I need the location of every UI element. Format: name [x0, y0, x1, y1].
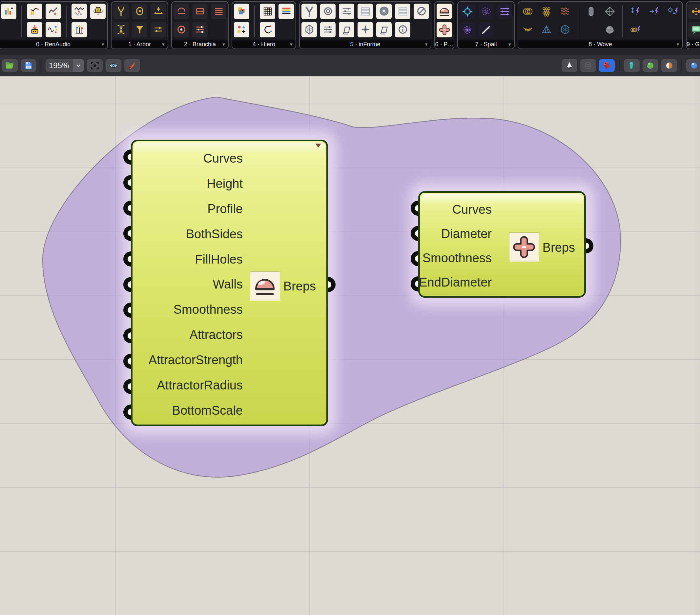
tab-expand-arrow-icon[interactable]: ▼	[424, 42, 428, 47]
ring-dot-purple-icon[interactable]	[460, 22, 475, 37]
open-file-button[interactable]	[2, 59, 18, 72]
anchor-line-icon[interactable]	[151, 4, 166, 19]
no-entry-icon[interactable]	[414, 4, 429, 19]
cross-icon[interactable]	[437, 22, 452, 37]
y-tube-icon[interactable]	[301, 4, 317, 19]
striped-plane-icon[interactable]	[358, 4, 373, 19]
hexa-gem-icon[interactable]	[301, 22, 317, 37]
tab-p[interactable]: 6 · P…	[435, 40, 454, 49]
info-icon[interactable]	[395, 22, 410, 37]
bar-chart-icon[interactable]	[1, 4, 16, 19]
display-mode-orange-button[interactable]	[661, 59, 677, 72]
node-body[interactable]: CurvesDiameterSmoothnessEndDiameterBreps	[418, 191, 586, 298]
shapes-plus-icon[interactable]	[234, 22, 249, 37]
tab-expand-arrow-icon[interactable]: ▼	[222, 42, 226, 47]
tab-wove[interactable]: 8 · Wove▼	[518, 40, 682, 49]
zoom-extents-button[interactable]	[87, 59, 103, 72]
dome-component-icon[interactable]	[250, 272, 280, 300]
tab-group-p: 6 · P…	[434, 1, 454, 49]
arc-underline-icon[interactable]	[174, 4, 189, 19]
hexa-wire-icon[interactable]	[557, 22, 573, 37]
tab-label: 7 · Spall	[475, 41, 497, 48]
cross-component-icon[interactable]	[510, 233, 539, 261]
tab-expand-arrow-icon[interactable]: ▼	[676, 42, 680, 47]
hourglass-icon[interactable]	[113, 22, 128, 37]
sketch-tool-button[interactable]	[124, 59, 140, 72]
display-mode-cone-button[interactable]	[562, 59, 577, 72]
sliders-purple-icon[interactable]	[497, 4, 512, 19]
tab-expand-arrow-icon[interactable]: ▼	[508, 42, 512, 47]
save-file-button[interactable]	[21, 59, 36, 72]
grid-table-icon[interactable]	[260, 4, 275, 19]
flag-surface-icon[interactable]	[339, 22, 354, 37]
rings-bolt-icon[interactable]	[628, 22, 643, 37]
trend-red-icon[interactable]	[46, 4, 61, 19]
notch-line-icon[interactable]	[478, 22, 494, 37]
cross-breps-node[interactable]: CurvesDiameterSmoothnessEndDiameterBreps	[418, 191, 586, 298]
y-branch-icon[interactable]	[113, 4, 128, 19]
dome-breps-node[interactable]: CurvesHeightProfileBothSidesFillHolesWal…	[131, 140, 328, 426]
ring-grid-icon[interactable]	[539, 4, 554, 19]
display-mode-teal-button[interactable]	[624, 59, 640, 72]
canvas[interactable]: CurvesHeightProfileBothSidesFillHolesWal…	[0, 76, 700, 615]
c-curve-icon[interactable]	[260, 22, 275, 37]
slider-red-icon[interactable]	[192, 22, 208, 37]
sliders-slate-icon[interactable]	[339, 4, 354, 19]
tab-branchia[interactable]: 2 · Branchia▼	[172, 40, 228, 49]
arrow-bolt-r-icon[interactable]	[647, 4, 662, 19]
lollipop-icon[interactable]	[72, 22, 87, 37]
funnel-icon[interactable]	[132, 22, 147, 37]
tab-g[interactable]: 9 · G…	[687, 40, 700, 49]
diamond-target-icon[interactable]	[602, 4, 617, 19]
ring-dot-red-icon[interactable]	[174, 22, 189, 37]
display-mode-shaded-button[interactable]	[599, 59, 615, 72]
display-mode-blue-button[interactable]	[686, 59, 700, 72]
zigzag-wave-icon[interactable]	[72, 4, 87, 19]
arrow-bolt-d-icon[interactable]	[665, 4, 680, 19]
sphere-gray-icon[interactable]	[602, 22, 617, 37]
empty-slot	[414, 22, 429, 37]
zoom-level-dropdown[interactable]: 195%	[46, 59, 84, 72]
striped-plane-icon[interactable]	[395, 4, 410, 19]
slider-gold-icon[interactable]	[151, 22, 166, 37]
dashed-rings-icon[interactable]	[478, 4, 494, 19]
tab-informe[interactable]: 5 · inForme▼	[300, 40, 431, 49]
sliders-slate-icon[interactable]	[320, 22, 336, 37]
split-rect-icon[interactable]	[192, 4, 208, 19]
flag-surface-icon[interactable]	[376, 22, 392, 37]
capsule-icon[interactable]	[583, 4, 599, 19]
wave-dots-icon[interactable]	[46, 22, 61, 37]
tetra-icon[interactable]	[539, 22, 554, 37]
tab-spall[interactable]: 7 · Spall▼	[458, 40, 514, 49]
necklace-icon[interactable]	[520, 22, 535, 37]
concentric-icon[interactable]	[320, 4, 336, 19]
tab-expand-arrow-icon[interactable]: ▼	[289, 42, 293, 47]
tab-expand-arrow-icon[interactable]: ▼	[161, 42, 165, 47]
overlap-squares-icon[interactable]	[234, 4, 249, 19]
line-stack-icon[interactable]	[211, 4, 226, 19]
node-body[interactable]: CurvesHeightProfileBothSidesFillHolesWal…	[131, 140, 328, 426]
ring-dot-icon[interactable]	[132, 4, 147, 19]
preview-visibility-button[interactable]	[105, 59, 121, 72]
waves-red-icon[interactable]	[557, 4, 573, 19]
import-box-icon[interactable]	[27, 22, 42, 37]
tri-rings-icon[interactable]	[520, 4, 535, 19]
tab-expand-arrow-icon[interactable]: ▼	[101, 42, 105, 47]
bell-meter-icon[interactable]	[90, 4, 105, 19]
torus-icon[interactable]	[376, 4, 392, 19]
stripe-stack-icon[interactable]	[278, 4, 294, 19]
dome-icon[interactable]	[437, 4, 452, 19]
tab-hiero[interactable]: 4 · Hiero▼	[232, 40, 296, 49]
display-mode-green-button[interactable]	[642, 59, 658, 72]
tab-group-spall: 7 · Spall▼	[457, 1, 515, 49]
display-mode-wireframe-button[interactable]	[580, 59, 596, 72]
dots-plus-icon[interactable]	[688, 4, 700, 19]
bars-trend-icon[interactable]	[27, 4, 42, 19]
target-cyan-icon[interactable]	[460, 4, 475, 19]
arrow-bolt-v-icon[interactable]	[628, 4, 643, 19]
tab-renaudio[interactable]: 0 · RenAudio▼	[0, 40, 107, 49]
chevron-down-icon[interactable]	[72, 59, 84, 72]
tab-arbor[interactable]: 1 · Arbor▼	[112, 40, 167, 49]
speech-icon[interactable]	[688, 22, 700, 37]
star4-icon[interactable]	[358, 22, 373, 37]
